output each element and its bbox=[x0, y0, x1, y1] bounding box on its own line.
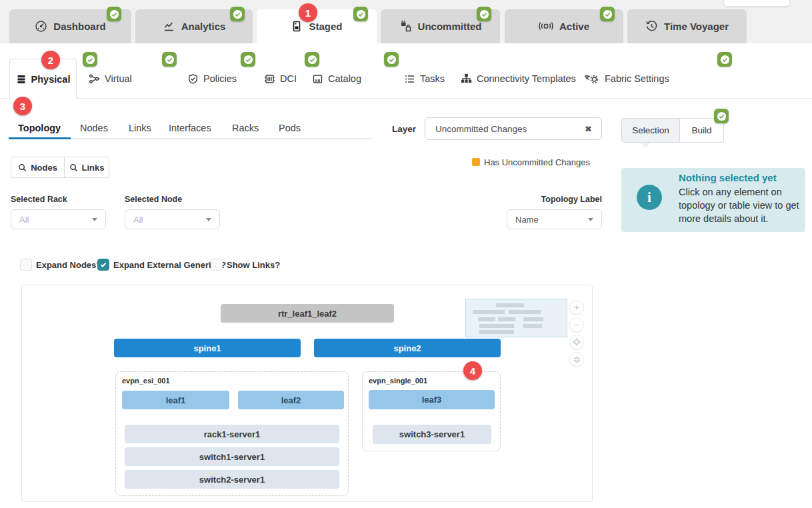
tab-virtual[interactable]: Virtual bbox=[89, 69, 132, 88]
tab-interfaces[interactable]: Interfaces bbox=[169, 123, 211, 133]
panel-tabs: Selection Build bbox=[621, 118, 724, 143]
tab-catalog[interactable]: Catalog bbox=[312, 69, 361, 88]
minimap-bar bbox=[478, 317, 495, 321]
tab-label: Tasks bbox=[420, 73, 445, 84]
tab-topology[interactable]: Topology bbox=[18, 123, 61, 133]
layer-select[interactable]: Uncommitted Changes ✖ bbox=[425, 117, 602, 140]
check-badge-virtual bbox=[162, 52, 177, 67]
topology-label-value: Name bbox=[507, 215, 588, 225]
callout-number: 4 bbox=[470, 365, 475, 377]
check-icon bbox=[720, 55, 730, 65]
node-spine2[interactable]: spine2 bbox=[314, 339, 501, 357]
topology-canvas[interactable]: rtr_leaf1_leaf2 spine1 spine2 + − evpn_e… bbox=[21, 285, 593, 502]
topology-minimap[interactable] bbox=[465, 299, 567, 337]
node-leaf3[interactable]: leaf3 bbox=[369, 390, 495, 409]
uncommitted-legend-label: Has Uncommitted Changes bbox=[484, 157, 590, 167]
dci-icon bbox=[264, 73, 275, 85]
rack-group-evpn-esi-001[interactable]: evpn_esi_001 leaf1 leaf2 rack1-server1 s… bbox=[115, 371, 349, 496]
collapse-button[interactable] bbox=[569, 352, 584, 367]
node-spine1[interactable]: spine1 bbox=[114, 339, 301, 357]
callout-1: 1 bbox=[299, 3, 317, 22]
callout-2: 2 bbox=[41, 51, 60, 69]
node-rtr-leaf1-leaf2[interactable]: rtr_leaf1_leaf2 bbox=[221, 304, 394, 323]
tab-policies[interactable]: Policies bbox=[187, 69, 237, 88]
check-badge-staged bbox=[353, 7, 368, 21]
check-badge-uncommitted bbox=[477, 7, 491, 21]
tab-pods[interactable]: Pods bbox=[279, 123, 301, 133]
node-label: leaf1 bbox=[166, 395, 186, 405]
selected-rack-select[interactable]: All bbox=[11, 209, 106, 229]
tab-label: Policies bbox=[203, 73, 237, 84]
node-label: rtr_leaf1_leaf2 bbox=[278, 309, 337, 319]
check-badge-analytics bbox=[230, 7, 245, 21]
tab-label: DCI bbox=[280, 73, 297, 84]
tab-tasks[interactable]: Tasks bbox=[404, 69, 445, 88]
expand-external-generics-checkbox[interactable] bbox=[97, 259, 109, 271]
nodes-search-button[interactable]: Nodes bbox=[11, 157, 65, 177]
zoom-fit-button[interactable] bbox=[569, 335, 584, 349]
tab-nodes[interactable]: Nodes bbox=[80, 123, 108, 133]
topology-label-select[interactable]: Name bbox=[507, 209, 602, 229]
show-links-checkbox[interactable] bbox=[211, 259, 223, 271]
expand-nodes-checkbox[interactable] bbox=[20, 259, 32, 271]
check-icon bbox=[307, 55, 317, 65]
tab-label: Build bbox=[691, 125, 711, 135]
check-icon bbox=[479, 9, 489, 19]
node-leaf2[interactable]: leaf2 bbox=[238, 391, 344, 409]
tab-label: Pods bbox=[279, 123, 301, 133]
node-switch2-server1[interactable]: switch2-server1 bbox=[125, 470, 339, 489]
tab-links[interactable]: Links bbox=[129, 123, 151, 133]
node-label: leaf3 bbox=[422, 395, 442, 405]
node-switch3-server1[interactable]: switch3-server1 bbox=[373, 425, 491, 444]
tab-dci[interactable]: DCI bbox=[264, 69, 297, 88]
collapse-icon bbox=[573, 355, 581, 364]
tab-label: Nodes bbox=[80, 123, 108, 133]
zoom-out-button[interactable]: − bbox=[569, 317, 584, 332]
clear-icon[interactable]: ✖ bbox=[585, 124, 601, 134]
tab-connectivity-templates[interactable]: Connectivity Templates bbox=[461, 69, 576, 88]
callout-number: 1 bbox=[305, 7, 311, 19]
tab-label: Connectivity Templates bbox=[477, 73, 576, 84]
search-icon bbox=[69, 163, 78, 172]
minimap-bar bbox=[479, 324, 514, 328]
tab-selection[interactable]: Selection bbox=[622, 119, 680, 142]
tab-label: Physical bbox=[31, 74, 71, 85]
button-label: Links bbox=[82, 163, 105, 173]
chart-icon bbox=[163, 20, 175, 33]
selected-node-select[interactable]: All bbox=[125, 209, 220, 229]
minimap-bar bbox=[479, 330, 514, 334]
check-badge-build bbox=[714, 109, 729, 123]
tab-label: Selection bbox=[632, 125, 669, 135]
minimap-bar bbox=[473, 310, 505, 314]
check-icon bbox=[165, 55, 175, 65]
fabric-settings-icon bbox=[584, 73, 600, 85]
cutoff-control[interactable] bbox=[723, 0, 790, 7]
node-label: leaf2 bbox=[281, 395, 301, 405]
check-badge-dci bbox=[305, 52, 319, 67]
node-label: switch3-server1 bbox=[399, 429, 465, 439]
broadcast-icon bbox=[539, 20, 553, 33]
check-icon bbox=[99, 261, 107, 269]
links-search-button[interactable]: Links bbox=[65, 157, 109, 177]
check-icon bbox=[85, 55, 95, 65]
subnav-divider bbox=[0, 98, 812, 99]
node-label: switch2-server1 bbox=[199, 475, 265, 485]
minimap-bar bbox=[509, 310, 541, 314]
node-switch1-server1[interactable]: switch1-server1 bbox=[125, 447, 339, 466]
rack-group-evpn-single-001[interactable]: evpn_single_001 leaf3 switch3-server1 bbox=[362, 371, 501, 451]
selected-node-label: Selected Node bbox=[125, 195, 182, 204]
tab-label: Dashboard bbox=[53, 21, 105, 32]
tab-fabric-settings[interactable]: Fabric Settings bbox=[584, 69, 669, 88]
app-window: Dashboard Analytics Staged Uncommitted A… bbox=[0, 0, 812, 508]
tab-racks[interactable]: Racks bbox=[232, 123, 259, 133]
node-leaf1[interactable]: leaf1 bbox=[122, 391, 229, 409]
tab-label: Uncommitted bbox=[418, 21, 482, 32]
zoom-in-button[interactable]: + bbox=[569, 300, 584, 315]
check-icon bbox=[356, 9, 366, 19]
network-icon bbox=[89, 73, 100, 85]
chevron-down-icon bbox=[92, 218, 97, 221]
tab-time-voyager[interactable]: Time Voyager bbox=[627, 9, 747, 43]
check-icon bbox=[603, 9, 613, 19]
tab-label: Staged bbox=[309, 21, 342, 32]
node-rack1-server1[interactable]: rack1-server1 bbox=[125, 425, 339, 443]
